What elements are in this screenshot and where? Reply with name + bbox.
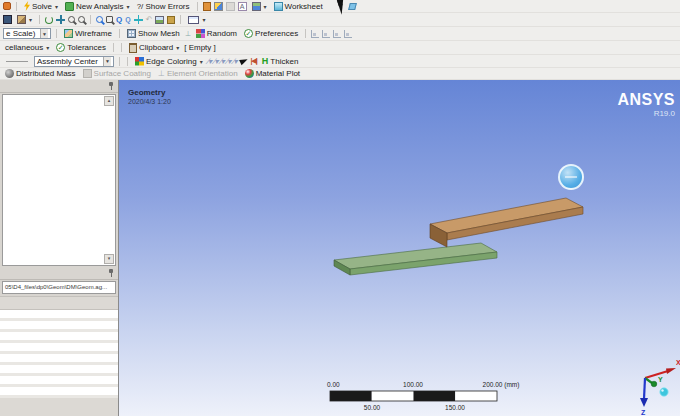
pin-icon[interactable]	[108, 82, 114, 90]
result-scale-combo[interactable]: e Scale) ▼	[3, 28, 51, 39]
edge-coloring-button[interactable]: Edge Coloring	[133, 57, 205, 66]
element-orientation-icon	[158, 69, 165, 78]
clipboard-icon	[129, 43, 137, 53]
separator	[119, 29, 120, 38]
edge-direction-icon[interactable]	[344, 30, 352, 38]
edge-constraint-icon[interactable]	[251, 57, 257, 65]
pin-icon[interactable]	[108, 269, 114, 277]
viewports-icon[interactable]	[134, 15, 143, 24]
distributed-mass-button[interactable]: Distributed Mass	[3, 69, 78, 78]
worksheet-icon	[274, 2, 283, 11]
edge-direction-icon[interactable]	[333, 30, 341, 38]
image-capture-button[interactable]	[250, 2, 269, 11]
edge-angle-icon[interactable]	[208, 57, 211, 66]
chart-icon[interactable]	[214, 2, 223, 11]
mesh-icon	[127, 29, 136, 38]
clipboard-button[interactable]: Clipboard	[127, 43, 181, 53]
miscellaneous-button[interactable]: cellaneous	[3, 43, 51, 52]
wireframe-button[interactable]: Wireframe	[62, 29, 114, 38]
isometric-ball-icon[interactable]	[660, 388, 668, 396]
upper-plate[interactable]	[430, 198, 583, 247]
rotate-icon[interactable]	[45, 16, 53, 24]
edge-angle-icon[interactable]	[220, 57, 223, 66]
ruler-label: 150.00	[445, 404, 465, 411]
assembly-center-combo[interactable]: Assembly Center ▼	[34, 56, 114, 67]
toolbar-edge: Assembly Center ▼ Edge Coloring Thicken	[0, 55, 680, 68]
annotation-icon[interactable]	[238, 2, 247, 11]
coordinate-triad[interactable]: X Y Z	[640, 359, 680, 416]
save-image-icon[interactable]	[167, 16, 175, 24]
new-analysis-button[interactable]: New Analysis	[63, 2, 132, 11]
lightning-icon	[24, 1, 30, 11]
snapshot-icon[interactable]	[155, 16, 164, 24]
zoom-out-icon[interactable]	[78, 16, 85, 23]
separator	[121, 43, 122, 52]
new-analysis-icon	[65, 2, 74, 11]
random-label: Random	[207, 29, 237, 38]
ruler-label: 200.00 (mm)	[483, 381, 520, 389]
scroll-down-icon[interactable]	[104, 254, 114, 264]
window-layout-button[interactable]	[186, 16, 207, 24]
details-group-header[interactable]	[0, 296, 118, 310]
direction-arrow-icon[interactable]	[239, 57, 249, 66]
separator	[180, 15, 181, 24]
separator	[113, 43, 114, 52]
toolbar-main: Solve New Analysis ?/ Show Errors Worksh…	[0, 0, 680, 13]
solve-button[interactable]: Solve	[22, 1, 60, 11]
select-type-button[interactable]	[15, 15, 34, 24]
thicken-button[interactable]: Thicken	[260, 56, 301, 66]
separator	[197, 2, 198, 11]
outline-panel: 05\D4_files\dp0\Geom\DM\Geom.ag...	[0, 80, 119, 416]
tolerances-button[interactable]: Tolerances	[54, 43, 108, 52]
link-icon[interactable]	[3, 2, 11, 10]
tag-icon[interactable]	[348, 3, 357, 10]
y-axis-ball-icon	[651, 381, 657, 387]
edge-coloring-icon	[135, 57, 144, 66]
edge-angle-icon[interactable]	[227, 57, 230, 66]
pan-icon[interactable]	[56, 15, 65, 24]
scroll-up-icon[interactable]	[104, 96, 114, 106]
preferences-button[interactable]: Preferences	[242, 29, 300, 38]
random-colors-button[interactable]: Random	[194, 29, 239, 38]
preferences-label: Preferences	[255, 29, 298, 38]
combo-arrow-icon: ▼	[40, 29, 48, 38]
material-plot-button[interactable]: Material Plot	[243, 69, 302, 78]
ruler-label: 0.00	[327, 381, 340, 388]
geometry-path-field[interactable]: 05\D4_files\dp0\Geom\DM\Geom.ag...	[2, 281, 116, 294]
ruler-label: 100.00	[403, 381, 423, 388]
notes-icon[interactable]	[203, 2, 211, 11]
separator	[119, 57, 120, 66]
separator	[305, 29, 306, 38]
show-mesh-button[interactable]: Show Mesh	[125, 29, 182, 38]
ruler-segment	[372, 391, 414, 401]
surface-coating-button: Surface Coating	[81, 69, 153, 78]
show-errors-button[interactable]: ?/ Show Errors	[135, 2, 192, 11]
outline-panel-header	[0, 80, 118, 93]
box-zoom-icon[interactable]	[106, 16, 113, 23]
zoom-in-icon[interactable]	[68, 16, 75, 23]
edge-direction-icon[interactable]	[322, 30, 330, 38]
graphics-viewport[interactable]: Geometry 2020/4/3 1:20 ANSYS R19.0	[119, 80, 680, 416]
select-mode-icon[interactable]	[3, 15, 12, 24]
x-axis-arrowhead-icon	[666, 368, 676, 374]
edge-angle-icon[interactable]	[214, 57, 217, 66]
ansys-mechanical-window: Solve New Analysis ?/ Show Errors Worksh…	[0, 0, 680, 416]
edge-angle-icon[interactable]	[233, 57, 236, 66]
cube-icon	[17, 15, 26, 24]
zoom-fit-icon[interactable]	[96, 16, 103, 23]
outline-tree[interactable]	[2, 94, 116, 266]
details-panel-header	[0, 267, 118, 280]
toolbar-graphics	[0, 13, 680, 27]
ruler-segment	[414, 391, 456, 401]
magnifier-q-icon[interactable]	[116, 15, 122, 24]
material-plot-label: Material Plot	[256, 69, 300, 78]
lower-plate[interactable]	[334, 243, 497, 275]
details-row	[0, 343, 118, 354]
details-row	[0, 387, 118, 398]
combo-arrow-icon: ▼	[103, 57, 111, 66]
worksheet-button[interactable]: Worksheet	[272, 2, 325, 11]
result-scale-value: e Scale)	[6, 29, 35, 38]
magnifier-q-small-icon[interactable]	[125, 16, 130, 23]
vertices-icon[interactable]	[185, 30, 191, 38]
edge-direction-icon[interactable]	[311, 30, 319, 38]
